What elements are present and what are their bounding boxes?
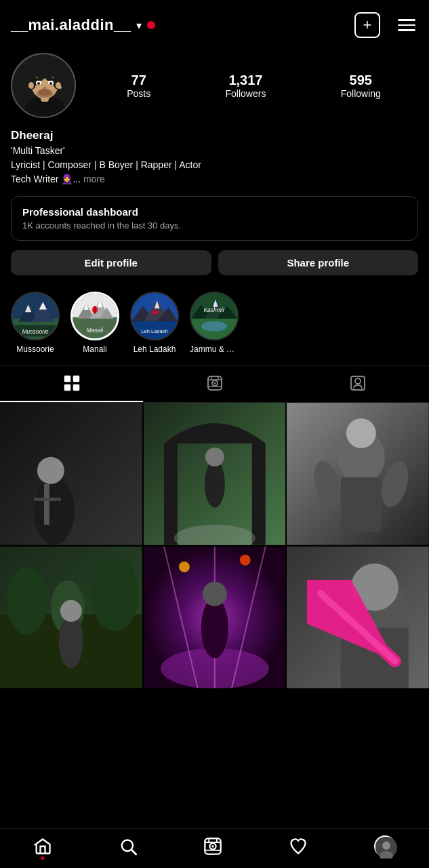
more-link[interactable]: more bbox=[83, 174, 105, 184]
highlight-image-kashmir: Kashmir bbox=[191, 293, 237, 339]
grid-cell-3[interactable] bbox=[287, 403, 429, 545]
tab-reels[interactable] bbox=[143, 366, 286, 402]
bio-line-1: 'Multi Tasker' bbox=[11, 144, 418, 158]
highlight-ladakh[interactable]: ❤ Leh Ladakh Leh Ladakh bbox=[130, 292, 179, 354]
bio-line-2: Lyricist | Composer | B Boyer | Rapper |… bbox=[11, 158, 418, 172]
nav-search[interactable] bbox=[119, 837, 138, 856]
professional-dashboard-card[interactable]: Professional dashboard 1K accounts reach… bbox=[11, 196, 418, 241]
profile-avatar-nav bbox=[374, 835, 396, 857]
nav-reels[interactable] bbox=[203, 837, 222, 856]
svg-point-98 bbox=[201, 597, 228, 658]
svg-point-8 bbox=[46, 78, 56, 81]
svg-point-60 bbox=[213, 382, 216, 384]
tab-tagged[interactable] bbox=[286, 366, 429, 402]
svg-rect-83 bbox=[341, 477, 382, 532]
highlight-label-manali: Manali bbox=[83, 344, 106, 354]
username-label[interactable]: __mai.aladdin__ bbox=[11, 16, 131, 34]
svg-point-12 bbox=[49, 82, 52, 85]
svg-rect-75 bbox=[164, 443, 178, 545]
profile-name: Dheeraj bbox=[11, 129, 418, 142]
svg-point-16 bbox=[28, 82, 34, 89]
grid-cell-4[interactable] bbox=[0, 547, 142, 689]
chevron-down-icon[interactable]: ▾ bbox=[136, 19, 142, 32]
posts-count: 77 bbox=[131, 73, 146, 88]
reels-icon bbox=[207, 375, 223, 391]
posts-stat[interactable]: 77 Posts bbox=[127, 73, 150, 99]
svg-text:Leh Ladakh: Leh Ladakh bbox=[141, 328, 167, 334]
tagged-icon bbox=[350, 375, 366, 391]
svg-rect-57 bbox=[73, 384, 79, 391]
svg-point-52 bbox=[201, 321, 227, 332]
avatar[interactable] bbox=[11, 53, 76, 118]
highlight-kashmir[interactable]: Kashmir Jammu & Kas... bbox=[190, 292, 239, 354]
grid-cell-1[interactable] bbox=[0, 403, 142, 545]
grid-cell-2[interactable] bbox=[144, 403, 286, 545]
home-active-dot bbox=[41, 856, 44, 860]
highlight-image-manali: Manali bbox=[73, 294, 117, 338]
highlight-label-mussoorie: Mussoorie bbox=[16, 344, 54, 354]
svg-point-15 bbox=[37, 90, 53, 98]
add-content-button[interactable]: + bbox=[352, 9, 383, 41]
nav-home[interactable] bbox=[33, 837, 52, 856]
svg-point-88 bbox=[7, 567, 47, 635]
grid-cell-5[interactable] bbox=[144, 547, 286, 689]
highlight-mussoorie[interactable]: Mussoorie Mussoorie bbox=[11, 292, 60, 354]
svg-text:❤: ❤ bbox=[151, 308, 159, 318]
highlight-circle-ladakh: ❤ Leh Ladakh bbox=[130, 292, 179, 340]
avatar-image bbox=[12, 54, 76, 118]
edit-profile-button[interactable]: Edit profile bbox=[11, 250, 211, 275]
photo-grid bbox=[0, 403, 429, 688]
svg-line-108 bbox=[131, 850, 136, 854]
highlights-row: Mussoorie Mussoorie Manali bbox=[0, 286, 429, 365]
home-icon bbox=[33, 837, 52, 856]
profile-bio: Dheeraj 'Multi Tasker' Lyricist | Compos… bbox=[11, 129, 418, 186]
highlight-image-ladakh: ❤ Leh Ladakh bbox=[131, 293, 178, 339]
reels-nav-icon bbox=[203, 837, 222, 856]
svg-point-66 bbox=[355, 378, 361, 384]
highlight-manali[interactable]: Manali Manali bbox=[70, 292, 119, 354]
followers-count: 1,317 bbox=[228, 73, 262, 88]
menu-button[interactable] bbox=[395, 16, 418, 34]
svg-point-100 bbox=[179, 561, 190, 572]
highlight-image-mussoorie: Mussoorie bbox=[12, 293, 58, 339]
content-tabs bbox=[0, 365, 429, 403]
svg-point-92 bbox=[60, 600, 82, 622]
top-navigation: __mai.aladdin__ ▾ + bbox=[0, 0, 429, 47]
svg-rect-55 bbox=[73, 376, 79, 382]
tab-grid[interactable] bbox=[0, 366, 143, 402]
stats-row: 77 Posts 1,317 Followers 595 Following bbox=[89, 73, 418, 99]
profile-section: 77 Posts 1,317 Followers 595 Following D… bbox=[0, 47, 429, 186]
svg-rect-105 bbox=[341, 627, 409, 688]
svg-point-99 bbox=[203, 582, 227, 606]
svg-rect-72 bbox=[34, 498, 61, 501]
svg-point-89 bbox=[91, 557, 139, 631]
share-profile-button[interactable]: Share profile bbox=[218, 250, 419, 275]
nav-profile[interactable] bbox=[374, 835, 396, 857]
followers-label: Followers bbox=[225, 88, 266, 99]
svg-point-117 bbox=[382, 842, 390, 850]
highlight-circle-manali: Manali bbox=[70, 292, 119, 340]
svg-point-101 bbox=[239, 555, 250, 566]
profile-header: 77 Posts 1,317 Followers 595 Following bbox=[11, 53, 418, 118]
nav-activity[interactable] bbox=[289, 837, 308, 856]
svg-point-70 bbox=[37, 457, 64, 484]
svg-rect-56 bbox=[64, 384, 70, 391]
svg-point-91 bbox=[59, 614, 83, 669]
followers-stat[interactable]: 1,317 Followers bbox=[225, 73, 266, 99]
grid-cell-6[interactable] bbox=[287, 547, 429, 689]
svg-text:Mussoorie: Mussoorie bbox=[22, 328, 48, 335]
bio-text-3: Tech Writer 🧕... bbox=[11, 174, 81, 184]
svg-rect-36 bbox=[94, 306, 96, 313]
bio-line-3: Tech Writer 🧕... more bbox=[11, 172, 418, 186]
svg-point-11 bbox=[37, 82, 40, 85]
svg-point-77 bbox=[205, 460, 225, 508]
following-stat[interactable]: 595 Following bbox=[341, 73, 381, 99]
following-count: 595 bbox=[350, 73, 372, 88]
heart-icon bbox=[289, 837, 308, 856]
plus-square-icon: + bbox=[354, 12, 380, 38]
svg-point-111 bbox=[212, 845, 215, 848]
svg-rect-54 bbox=[64, 376, 70, 382]
svg-point-18 bbox=[59, 86, 62, 89]
svg-point-78 bbox=[205, 448, 224, 467]
svg-point-7 bbox=[34, 78, 43, 81]
